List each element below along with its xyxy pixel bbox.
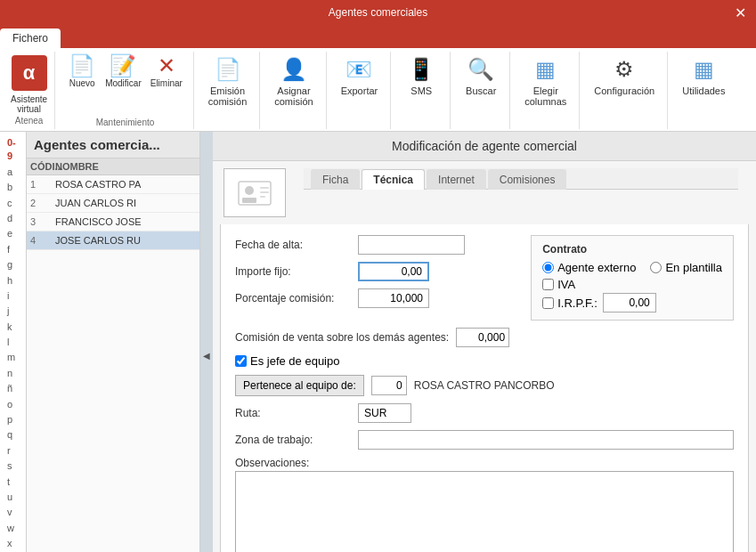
tab-comisiones[interactable]: Comisiones xyxy=(488,169,567,190)
sidebar-letter-c[interactable]: c xyxy=(0,196,26,211)
sidebar-letter-f[interactable]: f xyxy=(0,242,26,257)
modificar-icon: 📝 xyxy=(110,55,136,77)
sidebar-letter-s[interactable]: s xyxy=(0,459,26,474)
sidebar-letter-p[interactable]: p xyxy=(0,412,26,427)
sidebar-letter-j[interactable]: j xyxy=(0,304,26,319)
porcentaje-label: Porcentaje comisión: xyxy=(235,292,351,304)
sidebar-letter-q[interactable]: q xyxy=(0,427,26,442)
atenea-label: Atenea xyxy=(15,114,44,126)
agente-externo-label: Agente externo xyxy=(557,261,636,274)
jefe-equipo-row: Es jefe de equipo xyxy=(235,354,734,368)
ribbon-group-asignar: 👤 Asignarcomisión xyxy=(262,52,326,129)
utilidades-icon: ▦ xyxy=(694,57,714,82)
form-right: Contrato Agente externo En plantilla xyxy=(513,235,734,321)
contrato-radio-row: Agente externo En plantilla xyxy=(542,261,722,274)
detail-header: Modificación de agente comercial xyxy=(213,132,756,161)
checkbox-jefe-equipo[interactable]: Es jefe de equipo xyxy=(235,354,339,368)
importe-fijo-label: Importe fijo: xyxy=(235,265,351,278)
sidebar-letter-a[interactable]: a xyxy=(0,165,26,180)
nuevo-label: Nuevo xyxy=(69,78,95,88)
tab-tecnica[interactable]: Técnica xyxy=(362,169,425,190)
utilidades-button[interactable]: ▦ Utilidades xyxy=(677,53,730,100)
emision-label: Emisióncomisión xyxy=(208,85,247,107)
buscar-icon: 🔍 xyxy=(467,57,494,82)
detail-image-area: Ficha Técnica Internet Comisiones xyxy=(213,161,756,224)
sidebar-letter-v[interactable]: v xyxy=(0,505,26,520)
item-code-1: 1 xyxy=(30,179,55,190)
zona-trabajo-input[interactable] xyxy=(358,430,734,450)
sidebar-letter-09[interactable]: 0-9 xyxy=(0,135,26,165)
sidebar-letter-w[interactable]: w xyxy=(0,521,26,536)
sidebar-letter-d[interactable]: d xyxy=(0,211,26,226)
sidebar-letter-ny[interactable]: ñ xyxy=(0,381,26,396)
config-button[interactable]: ⚙ Configuración xyxy=(589,53,660,100)
radio-en-plantilla[interactable]: En plantilla xyxy=(650,261,722,274)
elegir-label: Elegircolumnas xyxy=(524,85,566,107)
mantenimiento-label: Mantenimiento xyxy=(96,116,155,127)
pertenece-id-input[interactable] xyxy=(371,376,407,395)
sidebar-letter-x[interactable]: x xyxy=(0,536,26,551)
porcentaje-input[interactable] xyxy=(358,288,429,308)
asignar-label: Asignarcomisión xyxy=(274,85,313,107)
checkbox-row: IVA xyxy=(542,278,722,291)
sidebar-letter-t[interactable]: t xyxy=(0,475,26,490)
en-plantilla-label: En plantilla xyxy=(665,261,722,274)
asistente-label: Asistentevirtual xyxy=(11,94,47,114)
ruta-row: Ruta: xyxy=(235,403,734,423)
list-item-3[interactable]: 3 FRANCISCO JOSE xyxy=(27,213,199,231)
title-bar: Agentes comerciales ✕ xyxy=(0,0,756,25)
modificar-button[interactable]: 📝 Modificar xyxy=(102,53,145,90)
item-code-3: 3 xyxy=(30,216,55,227)
contrato-group: Contrato Agente externo En plantilla xyxy=(531,235,734,321)
importe-fijo-input[interactable] xyxy=(358,262,429,281)
sidebar-letter-l[interactable]: l xyxy=(0,335,26,350)
tab-ficha[interactable]: Ficha xyxy=(311,169,360,190)
list-columns: CÓDI... NOMBRE xyxy=(27,158,199,175)
emision-button[interactable]: 📄 Emisióncomisión xyxy=(203,53,252,110)
svg-rect-5 xyxy=(260,196,265,198)
sidebar-letter-b[interactable]: b xyxy=(0,180,26,195)
fecha-alta-input[interactable] xyxy=(358,235,465,255)
item-name-4: JOSE CARLOS RU xyxy=(55,235,196,246)
collapse-panel-button[interactable]: ◀ xyxy=(200,132,213,552)
sidebar-letter-o[interactable]: o xyxy=(0,397,26,412)
list-item-4[interactable]: 4 JOSE CARLOS RU xyxy=(27,231,199,250)
sidebar-letter-n[interactable]: n xyxy=(0,366,26,381)
sidebar-letter-r[interactable]: r xyxy=(0,443,26,459)
exportar-button[interactable]: 📧 Exportar xyxy=(336,53,384,100)
asignar-button[interactable]: 👤 Asignarcomisión xyxy=(269,53,318,110)
item-name-1: ROSA CASTRO PA xyxy=(55,179,196,190)
item-name-3: FRANCISCO JOSE xyxy=(55,216,196,227)
utilidades-label: Utilidades xyxy=(682,85,725,96)
pertenece-row: Pertenece al equipo de: ROSA CASTRO PANC… xyxy=(235,375,734,396)
irpf-input[interactable] xyxy=(603,293,656,313)
item-code-4: 4 xyxy=(30,235,55,246)
buscar-button[interactable]: 🔍 Buscar xyxy=(459,53,502,100)
checkbox-iva[interactable]: IVA xyxy=(542,278,575,291)
sidebar-letter-u[interactable]: u xyxy=(0,490,26,505)
ruta-input[interactable] xyxy=(358,403,411,423)
importe-fijo-row: Importe fijo: xyxy=(235,262,499,281)
tab-fichero[interactable]: Fichero xyxy=(0,28,61,48)
sidebar-letter-g[interactable]: g xyxy=(0,257,26,272)
sidebar-letter-k[interactable]: k xyxy=(0,320,26,335)
ruta-label: Ruta: xyxy=(235,407,351,419)
sms-button[interactable]: 📱 SMS xyxy=(400,53,443,100)
list-panel: Agentes comercia... CÓDI... NOMBRE 1 ROS… xyxy=(27,132,200,552)
comision-venta-input[interactable] xyxy=(456,328,509,347)
eliminar-button[interactable]: ✕ Eliminar xyxy=(147,53,186,90)
sidebar-letter-h[interactable]: h xyxy=(0,273,26,288)
list-item-2[interactable]: 2 JUAN CARLOS RI xyxy=(27,194,199,213)
sidebar-letter-m[interactable]: m xyxy=(0,350,26,365)
sidebar-letter-e[interactable]: e xyxy=(0,226,26,241)
close-button[interactable]: ✕ xyxy=(731,4,749,21)
nuevo-button[interactable]: 📄 Nuevo xyxy=(64,53,100,90)
observaciones-textarea[interactable] xyxy=(235,471,734,552)
sidebar-letter-i[interactable]: i xyxy=(0,288,26,304)
pertenece-button[interactable]: Pertenece al equipo de: xyxy=(235,375,364,396)
tab-internet[interactable]: Internet xyxy=(427,169,486,190)
elegir-button[interactable]: ▦ Elegircolumnas xyxy=(519,53,572,110)
radio-agente-externo[interactable]: Agente externo xyxy=(542,261,636,274)
checkbox-irpf[interactable]: I.R.P.F.: xyxy=(542,296,597,310)
list-item-1[interactable]: 1 ROSA CASTRO PA xyxy=(27,175,199,194)
